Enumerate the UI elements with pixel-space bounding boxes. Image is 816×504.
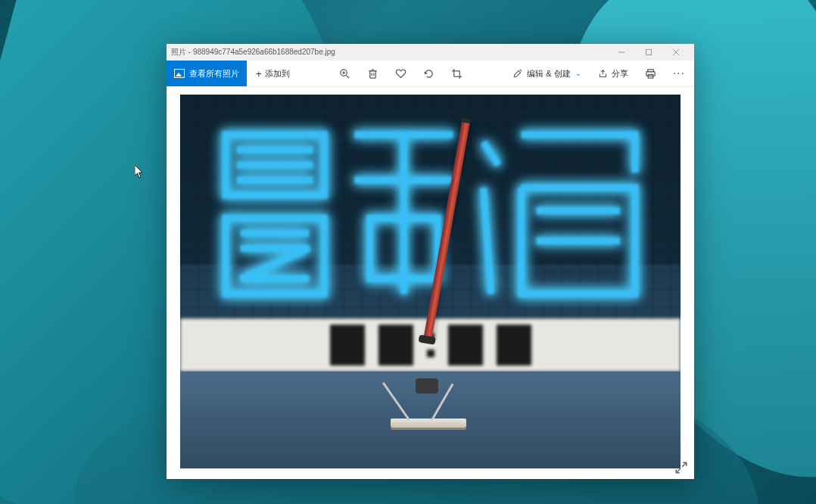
- zoom-icon: [339, 68, 350, 79]
- svg-line-17: [520, 69, 522, 70]
- fullscreen-icon: [674, 461, 688, 474]
- window-controls: [608, 44, 690, 61]
- toolbar-spacer: [472, 61, 503, 86]
- print-icon: [645, 68, 656, 79]
- share-icon: [598, 69, 608, 79]
- svg-line-5: [347, 75, 350, 78]
- maximize-button[interactable]: [635, 44, 662, 61]
- edit-pencil-icon: [512, 69, 522, 79]
- print-button[interactable]: [645, 68, 656, 79]
- add-to-label: 添加到: [265, 68, 290, 79]
- edit-create-label: 编辑 & 创建: [527, 68, 570, 79]
- image-device-hinge: [416, 378, 438, 394]
- picture-icon: [174, 69, 185, 78]
- add-to-button[interactable]: + 添加到: [247, 61, 299, 86]
- photos-app-window: 照片 - 988949c774a5e926a66b1688ed207be.jpg…: [167, 44, 694, 479]
- minimize-button[interactable]: [608, 44, 635, 61]
- view-all-photos-button[interactable]: 查看所有照片: [167, 61, 247, 86]
- crop-button[interactable]: [451, 68, 463, 79]
- minimize-icon: [618, 48, 625, 56]
- share-button[interactable]: 分享: [598, 68, 628, 79]
- svg-rect-1: [646, 50, 652, 55]
- close-icon: [672, 48, 680, 56]
- displayed-image: [180, 95, 681, 468]
- svg-line-22: [682, 462, 687, 467]
- zoom-button[interactable]: [339, 68, 350, 79]
- window-title: 照片 - 988949c774a5e926a66b1688ed207be.jpg: [171, 47, 608, 58]
- toolbar-right-group: 编辑 & 创建 ⌄ 分享 ···: [503, 61, 694, 86]
- favorite-button[interactable]: [395, 68, 406, 79]
- crop-icon: [451, 68, 463, 79]
- titlebar[interactable]: 照片 - 988949c774a5e926a66b1688ed207be.jpg: [167, 44, 694, 61]
- maximize-icon: [645, 48, 652, 56]
- image-device-base: [391, 418, 466, 428]
- chevron-down-icon: ⌄: [575, 70, 581, 77]
- toolbar-spacer: [299, 61, 331, 86]
- delete-icon: [367, 68, 378, 79]
- heart-icon: [395, 68, 406, 79]
- rotate-button[interactable]: [423, 68, 434, 79]
- image-viewport[interactable]: [167, 87, 694, 479]
- svg-line-21: [676, 468, 681, 473]
- toolbar: 查看所有照片 + 添加到: [167, 61, 694, 87]
- rotate-icon: [423, 68, 434, 79]
- toolbar-center-group: [330, 61, 472, 86]
- more-button[interactable]: ···: [673, 67, 685, 80]
- fullscreen-button[interactable]: [674, 461, 688, 474]
- svg-rect-8: [370, 70, 376, 77]
- edit-create-button[interactable]: 编辑 & 创建 ⌄: [512, 68, 581, 79]
- view-all-label: 查看所有照片: [189, 68, 239, 79]
- close-button[interactable]: [662, 44, 690, 61]
- image-neon-sign: [180, 95, 681, 326]
- svg-rect-19: [646, 71, 655, 76]
- plus-icon: +: [256, 68, 262, 79]
- share-label: 分享: [612, 68, 628, 79]
- delete-button[interactable]: [367, 68, 378, 79]
